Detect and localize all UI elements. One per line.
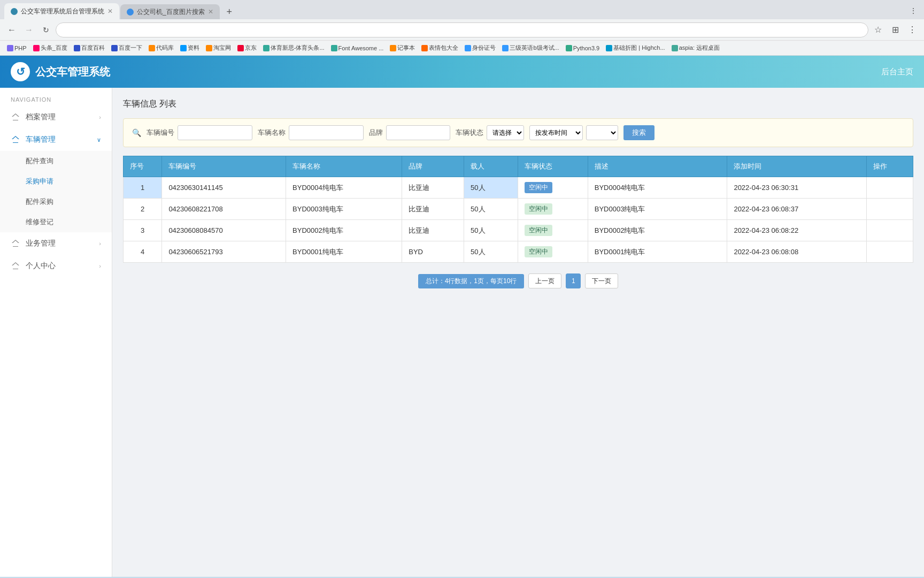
bookmark-star[interactable]: ☆	[871, 22, 886, 37]
search-order-select[interactable]	[586, 125, 618, 140]
address-bar[interactable]: localhost:8080/main.jsp	[56, 22, 868, 37]
bookmark-baidu-icon	[111, 45, 118, 51]
row-num: 2	[124, 199, 162, 220]
bookmark-toutiao-icon	[33, 45, 40, 51]
search-id-input[interactable]	[178, 125, 252, 140]
row-vehicle-name: BYD0002纯电车	[286, 220, 402, 241]
sidebar-subitem-repair-log[interactable]: 维修登记	[0, 212, 112, 232]
tab2-close[interactable]: ✕	[208, 8, 213, 16]
row-vehicle-id: 04230606521793	[162, 241, 286, 263]
col-capacity: 载人	[464, 156, 518, 177]
bookmark-python[interactable]: Python3.9	[563, 44, 603, 52]
search-sort-select[interactable]: 按发布时间	[529, 125, 583, 140]
sidebar-item-archives[interactable]: 档案管理 ›	[0, 106, 112, 128]
search-group-brand: 品牌	[369, 125, 450, 140]
bookmark-notes-icon	[390, 45, 396, 51]
inactive-tab[interactable]: 公交司机_百度图片搜索 ✕	[120, 4, 220, 19]
bookmark-id[interactable]: 身份证号	[462, 43, 498, 53]
bookmark-taobao[interactable]: 淘宝网	[203, 43, 234, 53]
bookmark-fontawesome[interactable]: Font Awesome ...	[328, 44, 387, 52]
refresh-button[interactable]: ↻	[38, 22, 53, 37]
status-badge: 空闲中	[525, 182, 552, 193]
nav-label: NAVIGATION	[0, 88, 112, 106]
tab1-close[interactable]: ✕	[107, 7, 113, 15]
row-num: 3	[124, 220, 162, 241]
archives-home-icon	[11, 112, 20, 122]
vehicles-submenu: 配件查询 采购申请 配件采购 维修登记	[0, 151, 112, 232]
bookmark-baike-icon	[74, 45, 80, 51]
table-row: 3 04230608084570 BYD0002纯电车 比亚迪 50人 空闲中 …	[124, 220, 913, 241]
bookmark-code[interactable]: 代码库	[146, 43, 176, 53]
app-logo: ↺ 公交车管理系统	[11, 62, 110, 81]
sidebar-item-business[interactable]: 业务管理 ›	[0, 232, 112, 255]
row-vehicle-name: BYD0003纯电车	[286, 199, 402, 220]
back-button[interactable]: ←	[4, 22, 19, 37]
bookmark-php-icon	[7, 45, 13, 51]
bookmark-aspia[interactable]: aspia: 远程桌面	[669, 43, 722, 53]
search-name-input[interactable]	[289, 125, 364, 140]
sidebar: NAVIGATION 档案管理 › 车辆管理 ∨	[0, 88, 112, 577]
row-time: 2022-04-23 06:30:31	[727, 177, 867, 199]
bookmark-jd[interactable]: 京东	[235, 43, 259, 53]
bookmark-baidu[interactable]: 百度一下	[109, 43, 145, 53]
row-status: 空闲中	[518, 241, 588, 263]
bookmark-english[interactable]: 三级英语b级考试...	[499, 43, 561, 53]
row-capacity: 50人	[464, 220, 518, 241]
row-vehicle-name: BYD0004纯电车	[286, 177, 402, 199]
archives-arrow-icon: ›	[99, 114, 101, 120]
search-bar: 🔍 车辆编号 车辆名称 品牌 车辆状态 请选择	[123, 118, 913, 147]
sidebar-subitem-parts-query[interactable]: 配件查询	[0, 151, 112, 171]
extensions-button[interactable]: ⊞	[888, 22, 903, 37]
backend-link[interactable]: 后台主页	[881, 67, 913, 77]
content-area: 车辆信息 列表 🔍 车辆编号 车辆名称 品牌 车辆状态	[112, 88, 924, 577]
col-brand: 品牌	[402, 156, 464, 177]
chrome-menu-button[interactable]: ⋮	[905, 22, 920, 37]
prev-page-button[interactable]: 上一页	[528, 273, 561, 288]
sidebar-item-profile[interactable]: 个人中心 ›	[0, 255, 112, 277]
bookmark-highcharts-icon	[606, 45, 612, 51]
search-name-label: 车辆名称	[258, 128, 286, 138]
browser-menu-icon[interactable]: ⋮	[907, 4, 920, 17]
app-title: 公交车管理系统	[35, 65, 110, 79]
pagination-info: 总计：4行数据，1页，每页10行	[418, 274, 525, 288]
table-row: 4 04230606521793 BYD0001纯电车 BYD 50人 空闲中 …	[124, 241, 913, 263]
bookmark-taobao-icon	[206, 45, 212, 51]
row-num: 4	[124, 241, 162, 263]
bookmark-jd-icon	[237, 45, 244, 51]
bookmark-baike[interactable]: 百度百科	[71, 43, 107, 53]
col-status: 车辆状态	[518, 156, 588, 177]
row-brand: 比亚迪	[402, 199, 464, 220]
forward-button[interactable]: →	[21, 22, 36, 37]
row-brand: 比亚迪	[402, 177, 464, 199]
bookmark-emoji[interactable]: 表情包大全	[419, 43, 461, 53]
browser-tabs-bar: 公交车管理系统后台管理系统 ✕ 公交司机_百度图片搜索 ✕ + ⋮	[0, 0, 924, 19]
sidebar-item-vehicles[interactable]: 车辆管理 ∨	[0, 128, 112, 151]
table-header-row: 序号 车辆编号 车辆名称 品牌 载人 车辆状态 描述 添加时间 操作	[124, 156, 913, 177]
row-time: 2022-04-23 06:08:37	[727, 199, 867, 220]
bookmark-materials[interactable]: 资料	[178, 43, 202, 53]
sidebar-group-archives: 档案管理 ›	[0, 106, 112, 128]
sidebar-group-vehicles: 车辆管理 ∨ 配件查询 采购申请 配件采购 维修登记	[0, 128, 112, 232]
search-brand-input[interactable]	[386, 125, 450, 140]
bookmark-notes[interactable]: 记事本	[387, 43, 418, 53]
sidebar-group-profile: 个人中心 ›	[0, 255, 112, 277]
bookmark-php[interactable]: PHP	[4, 44, 29, 52]
row-desc: BYD0002纯电车	[588, 220, 727, 241]
data-table: 序号 车辆编号 车辆名称 品牌 载人 车辆状态 描述 添加时间 操作 1	[123, 156, 913, 263]
search-button[interactable]: 搜索	[623, 125, 654, 140]
bookmark-sports[interactable]: 体育新思-体育头条...	[260, 43, 327, 53]
search-status-select[interactable]: 请选择	[487, 125, 524, 140]
next-page-button[interactable]: 下一页	[585, 273, 618, 288]
new-tab-button[interactable]: +	[222, 4, 237, 19]
col-actions: 操作	[867, 156, 913, 177]
tab2-favicon	[127, 9, 134, 16]
sidebar-subitem-purchase-request[interactable]: 采购申请	[0, 171, 112, 192]
tab1-label: 公交车管理系统后台管理系统	[21, 7, 104, 16]
bookmark-toutiao[interactable]: 头条_百度	[30, 43, 70, 53]
row-desc: BYD0004纯电车	[588, 177, 727, 199]
active-tab[interactable]: 公交车管理系统后台管理系统 ✕	[4, 3, 119, 19]
bookmark-highcharts[interactable]: 基础折图 | Highch...	[603, 43, 667, 53]
sidebar-subitem-parts-purchase[interactable]: 配件采购	[0, 192, 112, 212]
status-badge: 空闲中	[525, 225, 552, 236]
row-actions	[867, 241, 913, 263]
